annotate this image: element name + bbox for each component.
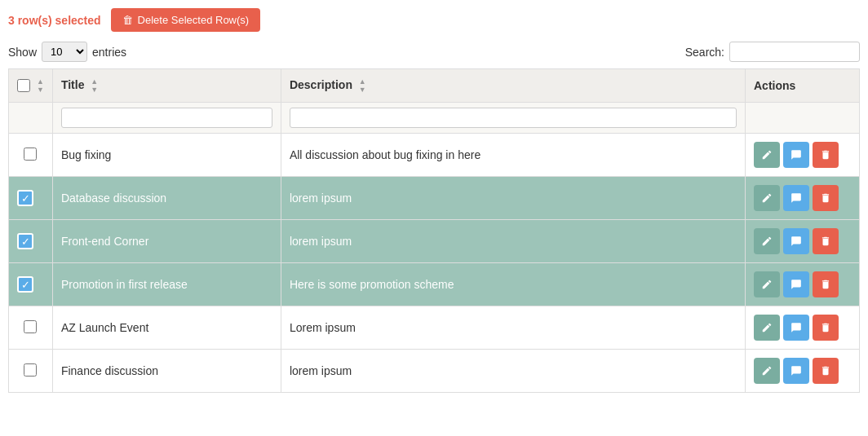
delete-icon [820, 322, 831, 333]
edit-icon [761, 236, 773, 247]
top-bar: 3 row(s) selected 🗑 Delete Selected Row(… [8, 8, 860, 32]
row-actions-cell [746, 177, 860, 220]
header-title: Title ▲▼ [52, 69, 281, 103]
filter-description-input[interactable] [290, 108, 737, 128]
delete-row-button[interactable] [813, 358, 839, 384]
selected-count-label: 3 row(s) selected [8, 14, 101, 27]
row-title: AZ Launch Event [52, 306, 281, 350]
table-row: ✓Database discussionlorem ipsum [9, 177, 860, 220]
row-checkbox-cell [9, 306, 53, 350]
filter-description-cell [281, 103, 745, 134]
delete-row-button[interactable] [813, 315, 839, 341]
row-title: Bug fixing [52, 134, 281, 177]
row-checkbox[interactable] [24, 320, 37, 333]
action-buttons [754, 185, 851, 211]
edit-button[interactable] [754, 315, 780, 341]
row-actions-cell [746, 134, 860, 177]
filter-title-input[interactable] [61, 108, 272, 128]
edit-button[interactable] [754, 185, 780, 211]
table-row: AZ Launch EventLorem ipsum [9, 306, 860, 350]
delete-row-button[interactable] [813, 228, 839, 254]
message-icon [790, 236, 802, 247]
row-title: Finance discussion [52, 350, 281, 393]
message-button[interactable] [783, 142, 809, 168]
row-checkbox-cell: ✓ [9, 177, 53, 220]
filter-row [9, 103, 860, 134]
row-checkbox-cell [9, 134, 53, 177]
message-button[interactable] [783, 271, 809, 297]
row-checkbox-cell: ✓ [9, 263, 53, 306]
table-body: Bug fixingAll discussion about bug fixin… [9, 134, 860, 393]
delete-selected-button[interactable]: 🗑 Delete Selected Row(s) [111, 8, 261, 32]
edit-icon [761, 149, 773, 161]
sort-arrows-title: ▲▼ [91, 77, 98, 94]
filter-actions-cell [746, 103, 860, 134]
table-header-row: ▲▼ Title ▲▼ Description ▲▼ Actions [9, 69, 860, 103]
row-description: Here is some promotion scheme [281, 263, 745, 306]
message-button[interactable] [783, 315, 809, 341]
action-buttons [754, 315, 851, 341]
message-icon [790, 149, 802, 161]
search-input[interactable] [729, 42, 860, 62]
sort-arrows-description: ▲▼ [359, 77, 366, 94]
delete-icon [820, 236, 831, 247]
edit-button[interactable] [754, 228, 780, 254]
row-checkbox[interactable]: ✓ [17, 233, 33, 249]
message-button[interactable] [783, 358, 809, 384]
message-icon [790, 279, 802, 290]
select-all-checkbox[interactable] [17, 79, 30, 92]
header-checkbox-cell: ▲▼ [9, 69, 53, 103]
row-checkbox[interactable] [24, 148, 37, 161]
edit-icon [761, 279, 773, 290]
filter-checkbox-cell [9, 103, 53, 134]
sort-arrows-checkbox: ▲▼ [37, 77, 44, 94]
entries-label: entries [92, 46, 126, 59]
delete-icon [820, 365, 831, 377]
action-buttons [754, 358, 851, 384]
row-description: All discussion about bug fixing in here [281, 134, 745, 177]
search-label: Search: [685, 46, 724, 59]
row-description: lorem ipsum [281, 350, 745, 393]
edit-icon [761, 365, 773, 377]
edit-button[interactable] [754, 271, 780, 297]
edit-button[interactable] [754, 358, 780, 384]
entries-select[interactable]: 10 25 50 100 [42, 42, 87, 62]
row-actions-cell [746, 306, 860, 350]
edit-button[interactable] [754, 142, 780, 168]
delete-row-button[interactable] [813, 271, 839, 297]
table-controls: Show 10 25 50 100 entries Search: [8, 42, 860, 62]
action-buttons [754, 228, 851, 254]
header-description: Description ▲▼ [281, 69, 745, 103]
message-button[interactable] [783, 185, 809, 211]
filter-title-cell [52, 103, 281, 134]
row-description: lorem ipsum [281, 177, 745, 220]
table-row: Bug fixingAll discussion about bug fixin… [9, 134, 860, 177]
delete-icon [820, 149, 831, 161]
action-buttons [754, 142, 851, 168]
row-checkbox[interactable]: ✓ [17, 190, 33, 206]
edit-icon [761, 322, 773, 333]
row-actions-cell [746, 263, 860, 306]
message-icon [790, 192, 802, 204]
row-checkbox-cell [9, 350, 53, 393]
row-title: Promotion in first release [52, 263, 281, 306]
table-row: ✓Promotion in first releaseHere is some … [9, 263, 860, 306]
row-checkbox-cell: ✓ [9, 220, 53, 263]
show-entries: Show 10 25 50 100 entries [8, 42, 126, 62]
row-actions-cell [746, 220, 860, 263]
delete-row-button[interactable] [813, 142, 839, 168]
message-button[interactable] [783, 228, 809, 254]
message-icon [790, 365, 802, 377]
delete-row-button[interactable] [813, 185, 839, 211]
table-row: ✓Front-end Cornerlorem ipsum [9, 220, 860, 263]
data-table: ▲▼ Title ▲▼ Description ▲▼ Actions [8, 68, 860, 393]
row-checkbox[interactable]: ✓ [17, 276, 33, 293]
row-title: Front-end Corner [52, 220, 281, 263]
edit-icon [761, 192, 773, 204]
row-checkbox[interactable] [24, 363, 37, 377]
trash-icon: 🗑 [122, 14, 133, 26]
action-buttons [754, 271, 851, 297]
delete-button-label: Delete Selected Row(s) [138, 14, 250, 26]
row-title: Database discussion [52, 177, 281, 220]
header-actions: Actions [746, 69, 860, 103]
